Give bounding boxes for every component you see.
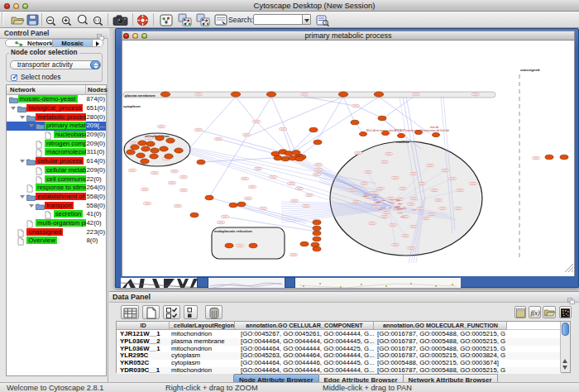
svg-text:Mrs2-dd mt-translocation ATP/A: Mrs2-dd mt-translocation ATP/ADP-translo… <box>366 128 449 131</box>
svg-text:cytoplasm: cytoplasm <box>123 103 141 108</box>
svg-text:1:1: 1:1 <box>95 18 101 22</box>
svg-text:plasma membrane: plasma membrane <box>125 93 156 97</box>
svg-text:nucleus: nucleus <box>396 140 409 144</box>
svg-text:f(x): f(x) <box>530 309 539 317</box>
svg-text:mito-dd: mito-dd <box>430 125 438 128</box>
svg-text:endoplasmic reticulum: endoplasmic reticulum <box>214 229 252 233</box>
svg-text:unassigned: unassigned <box>520 68 540 72</box>
